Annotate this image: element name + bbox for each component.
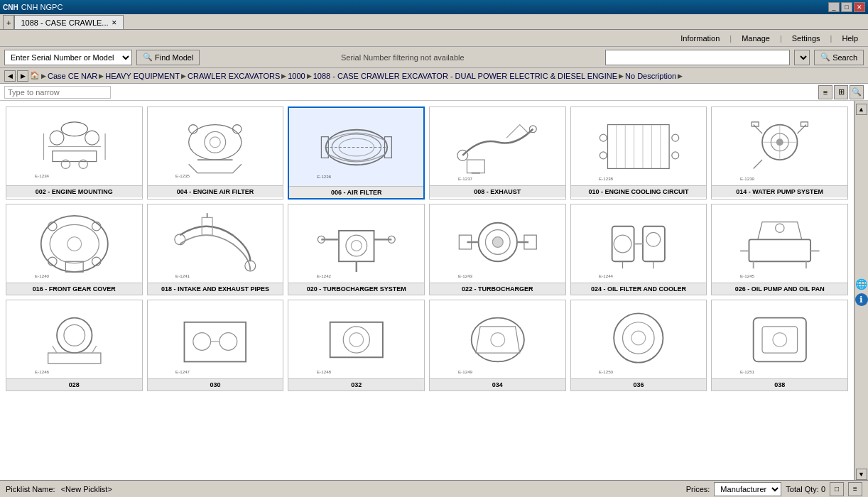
part-image-006: E-1236 bbox=[289, 108, 423, 186]
maximize-btn[interactable]: □ bbox=[841, 2, 852, 12]
forward-btn[interactable]: ▶ bbox=[17, 70, 28, 82]
scroll-up-btn[interactable]: ▲ bbox=[856, 104, 867, 115]
part-image-028: E-1246 bbox=[6, 300, 142, 378]
global-search-input[interactable] bbox=[605, 50, 790, 65]
bc-arrow-4: ▶ bbox=[307, 72, 312, 80]
tab-close-btn[interactable]: ✕ bbox=[112, 19, 117, 26]
filter-input[interactable] bbox=[4, 86, 111, 99]
breadcrumb-1000[interactable]: 1000 bbox=[288, 72, 305, 80]
svg-text:E-1249: E-1249 bbox=[458, 368, 472, 373]
bc-arrow-6: ▶ bbox=[678, 72, 683, 80]
svg-point-100 bbox=[343, 326, 369, 352]
part-card-020[interactable]: E-1242 020 - TURBOCHARGER SYSTEM bbox=[288, 204, 425, 295]
svg-point-38 bbox=[672, 134, 679, 141]
svg-text:E-1235: E-1235 bbox=[175, 173, 190, 178]
part-label-020: 020 - TURBOCHARGER SYSTEM bbox=[288, 283, 424, 295]
breadcrumb-no-description[interactable]: No Description bbox=[625, 72, 676, 80]
part-label-030: 030 bbox=[148, 378, 283, 390]
new-tab-btn[interactable]: + bbox=[3, 15, 14, 29]
part-card-010[interactable]: E-1238 010 - ENGINE COOLING CIRCUIT bbox=[570, 106, 707, 200]
breadcrumb-model[interactable]: 1088 - CASE CRAWLER EXCAVATOR - DUAL POW… bbox=[313, 72, 617, 80]
part-label-010: 010 - ENGINE COOLING CIRCUIT bbox=[571, 185, 707, 197]
part-label-038: 038 bbox=[712, 378, 847, 390]
close-btn[interactable]: ✕ bbox=[854, 2, 865, 12]
breadcrumb-crawler-excavators[interactable]: CRAWLER EXCAVATORS bbox=[188, 72, 280, 80]
part-card-006[interactable]: E-1236 006 - AIR FILTER bbox=[288, 106, 425, 200]
svg-rect-110 bbox=[754, 317, 806, 361]
breadcrumb-heavy-equipment[interactable]: HEAVY EQUIPMENT bbox=[105, 72, 180, 80]
svg-point-107 bbox=[623, 322, 655, 354]
minimize-btn[interactable]: _ bbox=[828, 2, 840, 12]
bc-arrow-3: ▶ bbox=[281, 72, 286, 80]
part-card-034[interactable]: E-1249 034 bbox=[429, 300, 566, 391]
part-label-034: 034 bbox=[430, 378, 565, 390]
menu-settings[interactable]: Settings bbox=[788, 33, 825, 44]
svg-text:E-1237: E-1237 bbox=[458, 175, 472, 180]
part-card-032[interactable]: E-1248 032 bbox=[288, 300, 425, 391]
svg-point-97 bbox=[219, 332, 237, 350]
main-tab[interactable]: 1088 - CASE CRAWLE... ✕ bbox=[14, 15, 123, 29]
part-card-024[interactable]: E-1244 024 - OIL FILTER AND COOLER bbox=[570, 204, 707, 295]
status-btn-2[interactable]: ≡ bbox=[848, 482, 862, 496]
part-card-002[interactable]: E-1234 002 - ENGINE MOUNTING bbox=[6, 106, 143, 200]
status-bar: Picklist Name: <New Picklist> Prices: Ma… bbox=[0, 480, 868, 497]
svg-text:E-1239: E-1239 bbox=[740, 175, 754, 180]
menu-information[interactable]: Information bbox=[676, 33, 724, 44]
sep-3: | bbox=[830, 34, 832, 43]
picklist-value: <New Picklist> bbox=[61, 485, 112, 493]
svg-point-108 bbox=[631, 331, 646, 345]
part-card-038[interactable]: E-1251 038 bbox=[711, 300, 848, 391]
title-bar-controls: _ □ ✕ bbox=[828, 2, 865, 12]
svg-text:E-1248: E-1248 bbox=[317, 368, 331, 373]
toolbar: Enter Serial Number or Model 🔍 Find Mode… bbox=[0, 47, 868, 68]
svg-text:E-1246: E-1246 bbox=[35, 368, 49, 373]
back-btn[interactable]: ◀ bbox=[4, 70, 16, 82]
globe-icon[interactable]: 🌐 bbox=[855, 278, 868, 290]
grid-view-btn[interactable]: ⊞ bbox=[834, 85, 848, 99]
home-icon[interactable]: 🏠 bbox=[30, 71, 40, 80]
menu-manage[interactable]: Manage bbox=[737, 33, 774, 44]
scroll-down-btn[interactable]: ▼ bbox=[856, 469, 867, 480]
part-card-030[interactable]: E-1247 030 bbox=[147, 300, 284, 391]
part-card-036[interactable]: E-1250 036 bbox=[570, 300, 707, 391]
svg-point-37 bbox=[600, 151, 607, 158]
part-card-026[interactable]: E-1245 026 - OIL PUMP AND OIL PAN bbox=[711, 204, 848, 295]
picklist-label: Picklist Name: bbox=[6, 485, 55, 493]
zoom-btn[interactable]: 🔍 bbox=[850, 85, 864, 99]
svg-point-104 bbox=[490, 332, 504, 346]
parts-grid-container[interactable]: E-1234 002 - ENGINE MOUNTING E-1235 004 … bbox=[0, 101, 854, 480]
status-btn-1[interactable]: □ bbox=[830, 482, 844, 496]
part-card-018[interactable]: E-1241 018 - INTAKE AND EXHAUST PIPES bbox=[147, 204, 284, 295]
part-card-016[interactable]: E-1240 016 - FRONT GEAR COVER bbox=[6, 204, 143, 295]
info-icon[interactable]: ℹ bbox=[855, 293, 868, 306]
svg-point-91 bbox=[57, 317, 92, 353]
list-view-btn[interactable]: ≡ bbox=[818, 85, 832, 99]
svg-point-101 bbox=[349, 332, 364, 346]
search-btn[interactable]: 🔍 Search bbox=[814, 50, 864, 65]
sep-2: | bbox=[780, 34, 782, 43]
menu-help[interactable]: Help bbox=[837, 33, 862, 44]
svg-text:E-1244: E-1244 bbox=[599, 273, 613, 278]
svg-point-72 bbox=[492, 236, 503, 247]
part-card-028[interactable]: E-1246 028 bbox=[6, 300, 143, 391]
part-image-024: E-1244 bbox=[571, 204, 707, 283]
part-card-014[interactable]: E-1239 014 - WATER PUMP SYSTEM bbox=[711, 106, 848, 200]
serial-model-select[interactable]: Enter Serial Number or Model bbox=[4, 50, 132, 65]
svg-rect-77 bbox=[643, 226, 665, 261]
part-card-004[interactable]: E-1235 004 - ENGINE AIR FILTER bbox=[147, 106, 284, 200]
part-image-038: E-1251 bbox=[712, 300, 847, 378]
prices-select[interactable]: Manufacturer bbox=[714, 482, 781, 496]
breadcrumb-case-ce-nar[interactable]: Case CE NAR bbox=[48, 72, 97, 80]
svg-text:E-1242: E-1242 bbox=[317, 273, 331, 278]
find-model-btn[interactable]: 🔍 Find Model bbox=[136, 50, 200, 65]
svg-point-79 bbox=[646, 232, 661, 246]
part-image-030: E-1247 bbox=[148, 300, 283, 378]
svg-text:E-1247: E-1247 bbox=[175, 368, 190, 373]
bc-arrow-0: ▶ bbox=[41, 72, 46, 80]
svg-point-5 bbox=[79, 160, 87, 168]
search-dropdown[interactable] bbox=[794, 50, 810, 65]
view-buttons: ≡ ⊞ 🔍 bbox=[818, 85, 864, 99]
status-right: Prices: Manufacturer Total Qty: 0 □ ≡ bbox=[686, 482, 862, 496]
part-card-008[interactable]: E-1237 008 - EXHAUST bbox=[429, 106, 566, 200]
part-card-022[interactable]: E-1243 022 - TURBOCHARGER bbox=[429, 204, 566, 295]
